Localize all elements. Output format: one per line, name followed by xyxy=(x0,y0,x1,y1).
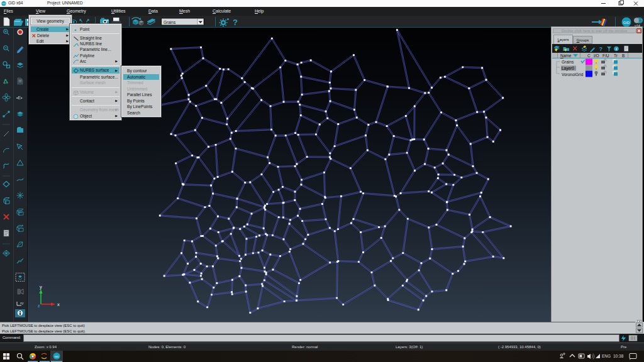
svg-text:GiD: GiD xyxy=(2,3,6,5)
svg-text:•E•: •E• xyxy=(16,96,23,100)
svg-text:Grains: Grains xyxy=(562,60,574,64)
svg-text:GiD: GiD xyxy=(623,21,630,25)
svg-text:ENG: ENG xyxy=(602,354,611,358)
svg-text:Layer0: Layer0 xyxy=(562,66,574,71)
svg-text:y: y xyxy=(40,284,42,290)
svg-text:VoronoiGrid: VoronoiGrid xyxy=(562,72,584,77)
svg-text:x: x xyxy=(57,302,60,307)
svg-text:?: ? xyxy=(599,46,603,52)
svg-text:xy: xy xyxy=(20,301,24,305)
svg-text:GiD: GiD xyxy=(54,355,58,358)
svg-text:z: z xyxy=(38,304,40,308)
svg-text:?: ? xyxy=(233,18,238,27)
svg-text:Grains: Grains xyxy=(164,20,176,25)
svg-text:10:38: 10:38 xyxy=(613,354,624,358)
